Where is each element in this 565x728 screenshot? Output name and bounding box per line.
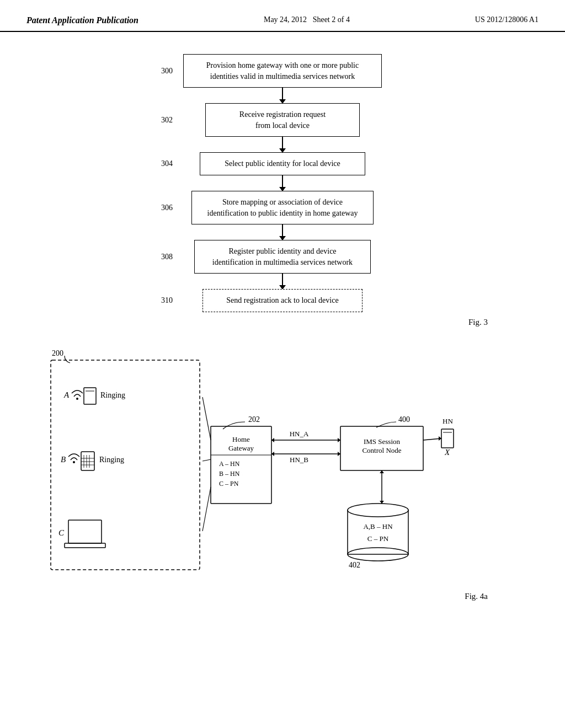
- hgw-box: [211, 426, 271, 504]
- flow-arrow-1: [282, 88, 283, 103]
- ringing-a: Ringing: [100, 391, 125, 399]
- db-top-ellipse: [348, 504, 408, 517]
- flow-step-306: 306 Store mapping or association of devi…: [33, 191, 532, 224]
- page-header: Patent Application Publication May 24, 2…: [0, 0, 565, 32]
- hn-label: HN: [443, 417, 453, 425]
- step-label-310: 310: [161, 296, 173, 305]
- db-body: [348, 510, 408, 554]
- arrowhead-to-hgw: [271, 438, 274, 442]
- wifi-a-dot: [76, 398, 78, 400]
- header-date-sheet: May 24, 2012 Sheet 2 of 4: [264, 15, 350, 24]
- fig4a-svg: 200 A Ringing: [33, 344, 532, 586]
- arrowhead-to-ims: [338, 438, 340, 442]
- flow-box-306: Store mapping or association of deviceid…: [191, 191, 374, 224]
- device-b-rect: [81, 452, 94, 470]
- hn-a-label: HN_A: [290, 430, 309, 438]
- flow-step-304: 304 Select public identity for local dev…: [33, 152, 532, 175]
- step-label-302: 302: [161, 116, 173, 125]
- flow-step-310: 310 Send registration ack to local devic…: [33, 289, 532, 312]
- flow-box-302: Receive registration requestfrom local d…: [205, 103, 360, 137]
- step-label-308: 308: [161, 253, 173, 261]
- hgw-conn-2: B – HN: [219, 470, 240, 478]
- page-content: 300 Provision home gateway with one or m…: [0, 32, 565, 612]
- label-c: C: [58, 528, 65, 537]
- label-b: B: [61, 455, 66, 464]
- ims-title-1: IMS Session: [364, 437, 401, 446]
- arrow-a-hgw: [202, 397, 211, 440]
- arrowhead-ims-hn: [439, 436, 441, 441]
- step-label-306: 306: [161, 204, 173, 212]
- header-publication-label: Patent Application Publication: [26, 15, 138, 25]
- flow-box-300: Provision home gateway with one or more …: [183, 54, 382, 88]
- db-content-2: C – PN: [367, 534, 389, 543]
- ringing-b: Ringing: [99, 456, 124, 464]
- boundary-curve: [65, 356, 70, 363]
- wifi-b-mid: [71, 458, 77, 460]
- fig4a-caption: Fig. 4a: [33, 592, 488, 601]
- arrowhead-db-ims: [380, 470, 384, 473]
- wifi-b-outer: [68, 454, 79, 457]
- step-label-300: 300: [161, 67, 173, 76]
- hgw-conn-1: A – HN: [219, 460, 240, 468]
- flow-arrow-2: [282, 137, 283, 152]
- ims-title-2: Control Node: [362, 446, 401, 454]
- flow-step-300: 300 Provision home gateway with one or m…: [33, 54, 532, 88]
- arrowhead-to-hgw-2: [271, 452, 274, 456]
- figure-4a-container: 200 A Ringing: [33, 344, 532, 601]
- device-a-rect: [84, 388, 96, 404]
- arrow-c-hgw: [202, 487, 211, 531]
- hgw-title-line2: Gateway: [228, 444, 254, 452]
- label-402: 402: [349, 561, 360, 569]
- arrowhead-to-ims-2: [338, 452, 340, 456]
- flow-arrow-4: [282, 224, 283, 240]
- db-content-1: A,B – HN: [363, 522, 393, 531]
- label-400: 400: [398, 415, 410, 424]
- flow-box-310: Send registration ack to local device: [202, 289, 363, 312]
- arrow-b-hgw: [202, 459, 211, 461]
- x-label: X: [444, 448, 450, 457]
- boundary-200: [51, 360, 200, 570]
- hn-device-rect: [441, 429, 454, 448]
- flow-box-308: Register public identity and deviceident…: [194, 240, 371, 274]
- db-bottom-ellipse: [348, 548, 408, 561]
- step-label-304: 304: [161, 159, 173, 168]
- flowchart: 300 Provision home gateway with one or m…: [33, 54, 532, 312]
- wifi-b-dot: [73, 461, 75, 463]
- label-200: 200: [52, 349, 63, 357]
- fig3-caption: Fig. 3: [33, 318, 488, 327]
- label-202-curve: [223, 422, 245, 429]
- laptop-screen: [68, 520, 102, 543]
- label-400-curve: [376, 422, 396, 427]
- flow-step-308: 308 Register public identity and devicei…: [33, 240, 532, 274]
- laptop-base: [65, 543, 105, 548]
- label-a: A: [63, 390, 70, 399]
- arrow-ims-hn: [423, 438, 441, 440]
- figure-3-container: 300 Provision home gateway with one or m…: [33, 54, 532, 327]
- hn-b-label: HN_B: [290, 456, 308, 464]
- fig4a-diagram: 200 A Ringing: [33, 344, 532, 586]
- arrowhead-ims-db: [380, 501, 384, 504]
- flow-box-304: Select public identity for local device: [200, 152, 365, 175]
- flow-arrow-5: [282, 274, 283, 289]
- wifi-a-mid: [74, 394, 81, 397]
- flow-arrow-3: [282, 175, 283, 191]
- hgw-conn-3: C – PN: [219, 480, 239, 488]
- label-202: 202: [248, 415, 260, 424]
- wifi-a-outer: [72, 390, 83, 393]
- ims-box: [340, 426, 423, 470]
- flow-step-302: 302 Receive registration requestfrom loc…: [33, 103, 532, 137]
- header-patent-number: US 2012/128006 A1: [475, 15, 539, 24]
- hgw-title-line1: Home: [232, 435, 250, 443]
